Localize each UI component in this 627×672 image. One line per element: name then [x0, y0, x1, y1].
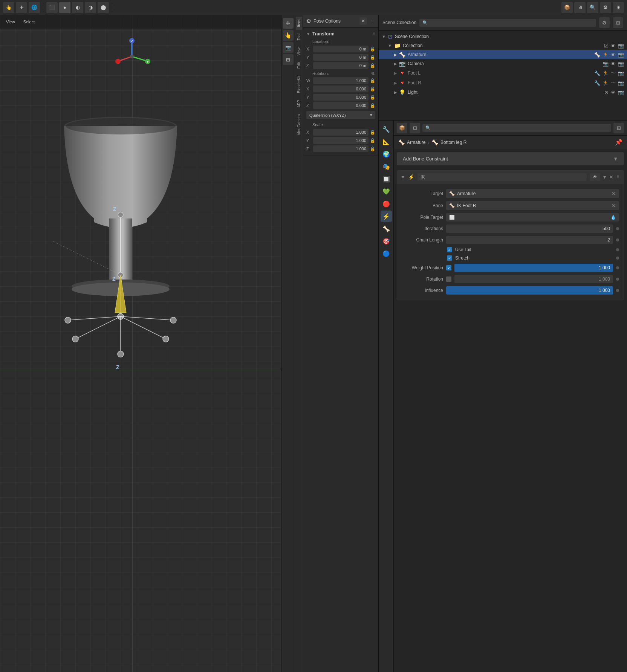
- influence-input[interactable]: 1.000: [446, 286, 613, 295]
- props-icon-bone-constraints[interactable]: 🎯: [381, 235, 392, 247]
- props-icon-constraints[interactable]: ⚡: [381, 211, 392, 222]
- rot-y-input[interactable]: 0.000: [313, 94, 369, 101]
- stretch-checkbox[interactable]: ✓: [447, 255, 452, 261]
- tab-blenderkit[interactable]: BlenderKit: [296, 73, 302, 96]
- tab-tool[interactable]: Tool: [296, 31, 302, 43]
- tab-arp[interactable]: ARP: [296, 97, 302, 111]
- viewport-menu-select[interactable]: Select: [20, 18, 38, 26]
- outliner-item-armature[interactable]: ▶ 🦴 Armature 🦴 🏃 👁 📷: [379, 50, 627, 59]
- chain-length-input[interactable]: 2: [446, 236, 613, 244]
- ik-down-btn[interactable]: ▾: [603, 174, 606, 180]
- tab-virtucamera[interactable]: VirtuCamera: [296, 111, 302, 138]
- toolbar-render-icon[interactable]: ⬤: [98, 2, 109, 13]
- cross-icon[interactable]: ✛: [283, 18, 294, 29]
- props-view-btn[interactable]: ⊡: [410, 123, 420, 133]
- props-icon-object[interactable]: 🎭: [381, 161, 392, 172]
- props-icon-data[interactable]: 🔵: [381, 248, 392, 259]
- rotation-constraint-input[interactable]: 1.000: [454, 275, 613, 283]
- ik-constraint-header[interactable]: ▼ ⚡ 👁 ▾ ✕ ⠿: [397, 170, 624, 184]
- toolbar-overflow-icon[interactable]: ⊞: [613, 2, 624, 13]
- location-y-lock[interactable]: 🔓: [370, 55, 375, 60]
- props-expand-btn[interactable]: ⊞: [613, 123, 624, 133]
- target-value-area[interactable]: 🦴 Armature ✕: [446, 189, 619, 198]
- ik-name-input[interactable]: [417, 173, 587, 181]
- location-x-lock[interactable]: 🔓: [370, 47, 375, 52]
- outliner-overflow-btn[interactable]: ⊞: [613, 17, 623, 28]
- toolbar-half-icon[interactable]: ◐: [72, 2, 83, 13]
- bone-clear-btn[interactable]: ✕: [612, 203, 616, 209]
- toolbar-cursor-icon[interactable]: 👆: [3, 2, 14, 13]
- scale-x-lock[interactable]: 🔓: [370, 130, 375, 135]
- ik-drag-icon[interactable]: ⠿: [616, 174, 620, 180]
- tab-item[interactable]: Item: [296, 17, 302, 30]
- armature-icon2[interactable]: 🦴: [594, 52, 600, 58]
- armature-camera-icon[interactable]: 📷: [618, 52, 624, 58]
- toolbar-search-icon[interactable]: 🔍: [587, 2, 598, 13]
- rot-w-lock[interactable]: 🔓: [370, 78, 375, 83]
- rotation-mode-dropdown[interactable]: Quaternion (WXYZ) ▾: [306, 111, 375, 119]
- rot-y-lock[interactable]: 🔓: [370, 95, 375, 100]
- toolbar-circle-icon[interactable]: ●: [59, 2, 70, 13]
- outliner-filter-btn[interactable]: ⚙: [599, 17, 610, 28]
- foot-r-camera-icon[interactable]: 📷: [618, 80, 624, 86]
- grid-icon[interactable]: ⊞: [283, 54, 294, 65]
- props-search-input[interactable]: 🔍: [422, 124, 611, 132]
- foot-r-pose-icon[interactable]: 🏃: [603, 80, 609, 86]
- bone-value-area[interactable]: 🦴 IK Foot R ✕: [446, 201, 619, 210]
- light-eye-icon[interactable]: 👁: [611, 90, 616, 95]
- toolbar-square-icon[interactable]: ⬛: [46, 2, 58, 13]
- tab-edit[interactable]: Edit: [296, 59, 302, 72]
- collection-check-icon[interactable]: ☑: [604, 43, 609, 49]
- camera-camera-icon[interactable]: 📷: [618, 61, 624, 67]
- pin-button[interactable]: 📌: [615, 139, 622, 146]
- foot-l-camera-icon[interactable]: 📷: [618, 70, 624, 76]
- scene-collection-row[interactable]: ▼ ⊡ Scene Collection: [379, 32, 627, 41]
- breadcrumb-part2[interactable]: Bottom leg R: [440, 140, 466, 145]
- foot-r-wrench-icon[interactable]: 🔧: [594, 80, 600, 86]
- location-z-lock[interactable]: 🔓: [370, 63, 375, 68]
- tab-view[interactable]: View: [296, 44, 302, 59]
- viewport-menu-view[interactable]: View: [3, 18, 18, 26]
- collection-row[interactable]: ▼ 📁 Collection ☑ 👁 📷: [379, 41, 627, 50]
- use-tail-checkbox[interactable]: ✓: [447, 247, 452, 252]
- scale-y-lock[interactable]: 🔓: [370, 138, 375, 143]
- foot-l-wrench-icon[interactable]: 🔧: [594, 70, 600, 76]
- outliner-item-foot-l[interactable]: ▶ 🔻 Foot L 🔧 🏃 〜 📷: [379, 68, 627, 78]
- camera-icon[interactable]: 📷: [283, 42, 294, 53]
- iterations-input[interactable]: 500: [446, 225, 613, 233]
- outliner-item-camera[interactable]: ▶ 📷 Camera 📷 👁 📷: [379, 59, 627, 68]
- props-icon-bone[interactable]: 🦴: [381, 223, 392, 234]
- toolbar-globe-icon[interactable]: 🌐: [29, 2, 40, 13]
- collection-camera-icon[interactable]: 📷: [618, 43, 624, 49]
- camera-icon3[interactable]: 📷: [603, 61, 609, 67]
- toolbar-filter-icon[interactable]: ⚙: [600, 2, 611, 13]
- armature-pose-icon[interactable]: 🏃: [603, 52, 609, 58]
- ik-delete-btn[interactable]: ✕: [609, 174, 613, 180]
- location-z-input[interactable]: 0 m: [313, 62, 369, 69]
- props-icon-tool[interactable]: 🔧: [381, 124, 392, 135]
- transform-header[interactable]: ▼ Transform ⠿: [303, 30, 378, 38]
- rotation-constraint-checkbox[interactable]: [446, 276, 451, 282]
- armature-eye-icon[interactable]: 👁: [611, 52, 616, 58]
- outliner-item-foot-r[interactable]: ▶ 🔻 Foot R 🔧 🏃 〜 📷: [379, 78, 627, 88]
- foot-r-tilde-icon[interactable]: 〜: [611, 79, 616, 86]
- props-icon-scene[interactable]: 📐: [381, 136, 392, 147]
- rot-w-input[interactable]: 1.000: [313, 77, 369, 84]
- n-panel-close-btn[interactable]: ✕: [359, 17, 367, 25]
- rot-z-input[interactable]: 0.000: [313, 102, 369, 109]
- scale-z-input[interactable]: 1.000: [313, 145, 369, 152]
- location-y-input[interactable]: 0 m: [313, 54, 369, 61]
- props-icon-particles[interactable]: 💚: [381, 186, 392, 197]
- scale-z-lock[interactable]: 🔓: [370, 147, 375, 151]
- scale-x-input[interactable]: 1.000: [313, 129, 369, 136]
- scale-y-input[interactable]: 1.000: [313, 137, 369, 144]
- foot-l-tilde-icon[interactable]: 〜: [611, 70, 616, 76]
- rot-x-lock[interactable]: 🔓: [370, 87, 375, 92]
- toolbar-view-icon[interactable]: 🖥: [574, 2, 586, 13]
- location-x-input[interactable]: 0 m: [313, 46, 369, 52]
- toolbar-move-icon[interactable]: ✈: [16, 2, 27, 13]
- rot-z-lock[interactable]: 🔓: [370, 103, 375, 108]
- camera-eye-icon[interactable]: 👁: [611, 61, 616, 67]
- props-icon-modifiers[interactable]: 🔲: [381, 173, 392, 185]
- light-camera-icon[interactable]: 📷: [618, 90, 624, 95]
